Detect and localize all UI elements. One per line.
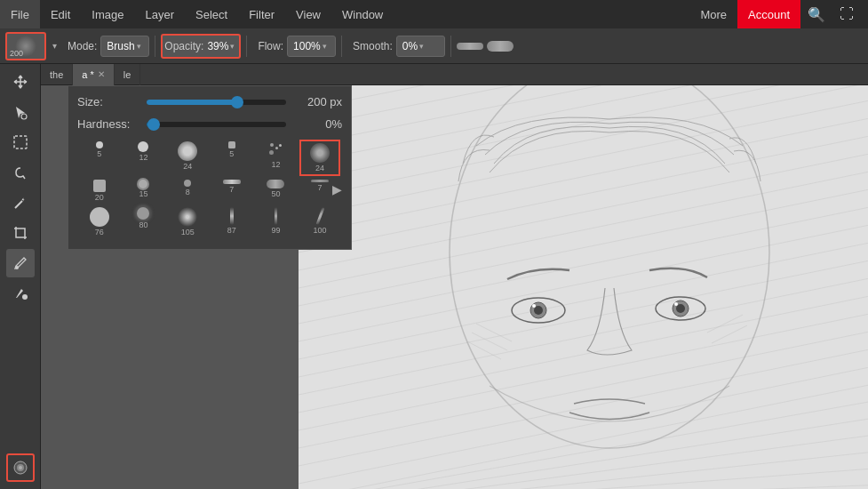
- brush-preset-100[interactable]: 100: [299, 205, 340, 238]
- brush-label-80: 80: [139, 220, 147, 229]
- svg-point-43: [534, 306, 543, 315]
- brush-preset-105[interactable]: 105: [167, 205, 208, 238]
- brush-preset-24-selected[interactable]: 24: [299, 140, 340, 176]
- tool-crop[interactable]: [6, 219, 35, 247]
- brush-preset-8[interactable]: 8: [167, 178, 208, 204]
- brush-preset-99[interactable]: 99: [255, 205, 296, 238]
- brush-stroke-1[interactable]: [457, 43, 483, 50]
- brush-icon-5-hard: [228, 141, 235, 148]
- tool-move[interactable]: [6, 68, 35, 96]
- brush-label-100: 100: [314, 226, 327, 235]
- brush-label-24-selected: 24: [315, 164, 324, 172]
- hardness-slider-thumb[interactable]: [147, 118, 160, 131]
- mode-arrow: ▾: [137, 42, 141, 51]
- size-value: 200 px: [293, 95, 342, 108]
- menu-item-more[interactable]: More: [689, 0, 737, 28]
- brush-preset-12-scatter[interactable]: 12: [255, 140, 296, 176]
- menu-item-account[interactable]: Account: [737, 0, 800, 28]
- menu-item-edit[interactable]: Edit: [40, 0, 81, 28]
- menu-bar: File Edit Image Layer Select Filter View…: [0, 0, 868, 28]
- brush-icon-12-scatter: [267, 141, 284, 159]
- menu-item-filter[interactable]: Filter: [238, 0, 285, 28]
- size-label: Size:: [77, 95, 139, 108]
- tab-2[interactable]: a * ✕: [73, 64, 114, 85]
- brush-preset-5-hard[interactable]: 5: [211, 140, 252, 176]
- fullscreen-icon[interactable]: ⛶: [832, 0, 861, 28]
- options-toolbar: 200 ▾ Mode: Brush ▾ Opacity: 39% ▾ Flow:…: [0, 28, 868, 64]
- mode-dropdown-container: Brush ▾: [100, 36, 149, 57]
- brush-row-1: 5 12 24 5 12: [77, 140, 342, 176]
- brush-preset-24-soft[interactable]: 24: [167, 140, 208, 176]
- search-icon[interactable]: 🔍: [800, 0, 832, 28]
- brush-icon-100: [315, 207, 324, 225]
- tab-1[interactable]: the: [41, 64, 73, 85]
- brush-icon-8: [184, 180, 191, 187]
- brush-icon-76: [90, 207, 109, 227]
- brush-label-5-hard: 5: [229, 149, 234, 158]
- brush-label-76: 76: [95, 228, 104, 236]
- brush-label-8: 8: [186, 188, 190, 196]
- svg-point-47: [676, 304, 685, 313]
- hardness-slider-track[interactable]: [147, 122, 286, 127]
- hardness-value: 0%: [293, 117, 342, 131]
- brush-label-12-scatter: 12: [271, 160, 280, 169]
- brush-preset-87[interactable]: 87: [211, 205, 252, 238]
- size-slider-track[interactable]: [147, 100, 286, 105]
- separator-1: [155, 36, 155, 57]
- smooth-dropdown[interactable]: 0% ▾: [396, 36, 445, 57]
- brush-preset-20[interactable]: 20: [79, 178, 120, 204]
- brush-dropdown-arrow[interactable]: ▾: [50, 42, 59, 51]
- brush-presets-container: 5 12 24 5 12: [77, 140, 342, 238]
- tool-selection[interactable]: [6, 128, 35, 156]
- brush-icon-24-selected: [310, 143, 330, 163]
- tab-2-close[interactable]: ✕: [98, 69, 105, 79]
- menu-item-file[interactable]: File: [0, 0, 40, 28]
- tab-bar: the a * ✕ le: [41, 64, 868, 85]
- brush-icon-12: [138, 141, 148, 152]
- brush-preset-15[interactable]: 15: [123, 178, 163, 204]
- tool-pointer[interactable]: [6, 98, 35, 126]
- separator-4: [450, 36, 451, 57]
- more-presets-arrow[interactable]: ▶: [332, 182, 342, 196]
- brush-label-87: 87: [227, 226, 236, 235]
- brush-preset-5[interactable]: 5: [79, 140, 120, 176]
- brush-row-2: 20 15 8 7 50 7: [77, 178, 342, 204]
- hardness-row: Hardness: 0%: [77, 117, 342, 131]
- tool-fill[interactable]: [6, 279, 35, 308]
- tab-2-label: a *: [82, 69, 93, 80]
- brush-preset-80[interactable]: 80: [123, 205, 163, 238]
- brush-stroke-options: [457, 41, 514, 52]
- opacity-dropdown[interactable]: 39% ▾: [205, 36, 237, 57]
- brush-preset-7-stroke[interactable]: 7: [211, 178, 252, 204]
- brush-label-20: 20: [95, 193, 104, 202]
- brush-preview-button[interactable]: 200: [5, 32, 46, 60]
- tool-brush[interactable]: [6, 249, 35, 277]
- flow-dropdown[interactable]: 100% ▾: [287, 36, 336, 57]
- menu-item-window[interactable]: Window: [331, 0, 394, 28]
- size-row: Size: 200 px: [77, 95, 342, 108]
- brush-preset-50[interactable]: 50: [255, 178, 296, 204]
- svg-point-0: [21, 114, 27, 119]
- size-slider-fill: [147, 100, 237, 105]
- smooth-arrow: ▾: [419, 42, 424, 51]
- menu-item-layer[interactable]: Layer: [135, 0, 186, 28]
- svg-point-48: [674, 302, 678, 306]
- menu-item-view[interactable]: View: [285, 0, 331, 28]
- brush-icon-7-thin: [311, 180, 329, 182]
- menu-item-image[interactable]: Image: [81, 0, 134, 28]
- brush-label-24-soft: 24: [183, 162, 192, 171]
- menu-item-select[interactable]: Select: [185, 0, 238, 28]
- mode-dropdown[interactable]: Brush ▾: [100, 36, 149, 57]
- brush-label-7-thin: 7: [318, 183, 323, 192]
- svg-line-2: [15, 201, 22, 208]
- separator-3: [341, 36, 342, 57]
- tab-3[interactable]: le: [115, 64, 141, 85]
- size-slider-thumb[interactable]: [231, 96, 243, 108]
- tool-magic-wand[interactable]: [6, 188, 35, 217]
- tool-lasso[interactable]: [6, 158, 35, 187]
- brush-preset-12[interactable]: 12: [123, 140, 163, 176]
- brush-stroke-2[interactable]: [487, 41, 514, 52]
- brush-label-12: 12: [139, 153, 147, 162]
- tool-mixer-brush[interactable]: [6, 453, 35, 482]
- brush-preset-76[interactable]: 76: [79, 205, 120, 238]
